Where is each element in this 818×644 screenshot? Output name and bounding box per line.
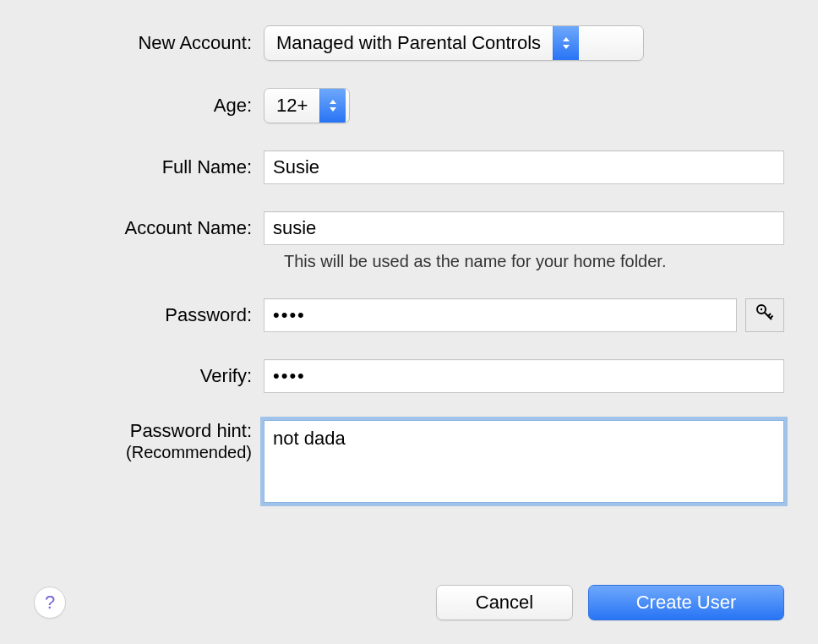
password-field[interactable] xyxy=(264,298,737,332)
label-password: Password: xyxy=(0,304,264,326)
row-age: Age: 12+ xyxy=(0,88,818,123)
cancel-button[interactable]: Cancel xyxy=(436,585,573,620)
account-name-field[interactable] xyxy=(264,211,784,245)
age-popup[interactable]: 12+ xyxy=(264,88,350,123)
row-account-name: Account Name: xyxy=(0,211,818,245)
new-account-popup[interactable]: Managed with Parental Controls xyxy=(264,25,644,61)
form: New Account: Managed with Parental Contr… xyxy=(0,25,818,535)
row-new-account: New Account: Managed with Parental Contr… xyxy=(0,25,818,61)
row-password-hint: Password hint: (Recommended) xyxy=(0,420,818,508)
label-password-hint: Password hint: (Recommended) xyxy=(0,420,264,462)
label-full-name: Full Name: xyxy=(0,156,264,178)
svg-point-1 xyxy=(761,308,762,310)
password-hint-field[interactable] xyxy=(264,420,784,503)
label-age: Age: xyxy=(0,95,264,117)
account-name-hint: This will be used as the name for your h… xyxy=(264,252,666,271)
new-account-value: Managed with Parental Controls xyxy=(264,32,553,54)
row-full-name: Full Name: xyxy=(0,150,818,184)
label-account-name: Account Name: xyxy=(0,217,264,239)
bottom-bar: ? Cancel Create User xyxy=(0,585,818,620)
full-name-field[interactable] xyxy=(264,150,784,184)
create-user-sheet: New Account: Managed with Parental Contr… xyxy=(0,0,818,644)
password-assistant-button[interactable] xyxy=(745,298,784,332)
cancel-button-label: Cancel xyxy=(476,592,533,614)
label-password-hint-sub: (Recommended) xyxy=(0,442,252,462)
row-password: Password: xyxy=(0,298,818,332)
label-new-account: New Account: xyxy=(0,32,264,54)
help-icon: ? xyxy=(45,592,55,614)
create-user-button-label: Create User xyxy=(636,592,737,614)
create-user-button[interactable]: Create User xyxy=(588,585,784,620)
verify-field[interactable] xyxy=(264,359,784,393)
key-icon xyxy=(755,303,774,327)
label-verify: Verify: xyxy=(0,365,264,387)
age-value: 12+ xyxy=(264,95,319,117)
label-password-hint-main: Password hint: xyxy=(130,420,252,441)
row-account-name-hint: This will be used as the name for your h… xyxy=(0,252,818,271)
chevron-up-down-icon xyxy=(553,26,579,60)
help-button[interactable]: ? xyxy=(34,587,66,619)
row-verify: Verify: xyxy=(0,359,818,393)
chevron-up-down-icon xyxy=(319,89,346,123)
